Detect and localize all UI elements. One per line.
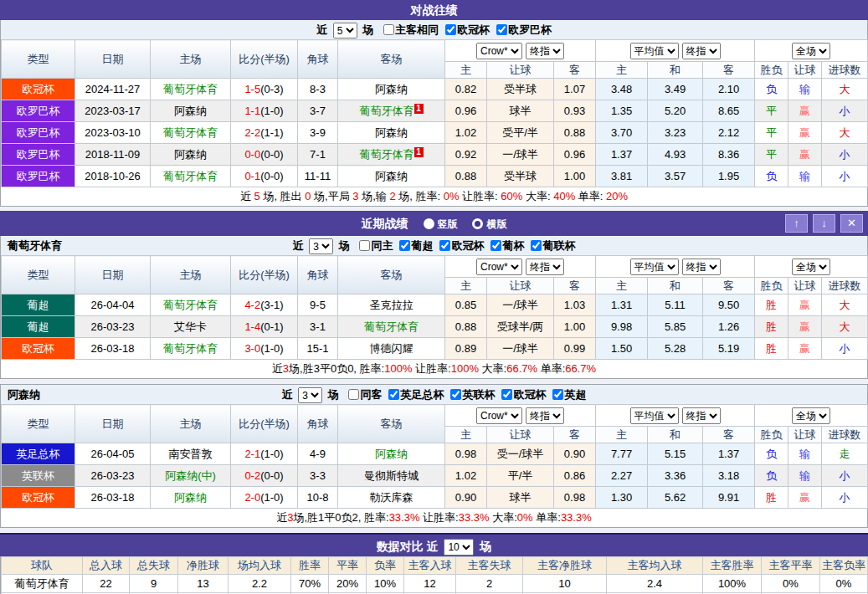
compare-title-bar: 数据对比 近 10 场 — [0, 533, 868, 556]
odds-select-group: Crow*终指 — [445, 256, 596, 278]
odds-cell: 1.02 — [445, 465, 487, 487]
average-time-select[interactable]: 终指 — [682, 43, 721, 59]
sub-column-header: 让球 — [487, 278, 554, 294]
league-filter-checkbox[interactable] — [501, 389, 512, 400]
arrow-up-icon[interactable]: ↑ — [785, 214, 808, 233]
league-filter-checkbox[interactable] — [552, 389, 563, 400]
summary-segment: 66.7% — [565, 362, 596, 375]
same-venue-checkbox[interactable] — [383, 24, 394, 35]
result-value: 赢 — [799, 148, 810, 161]
league-badge: 欧罗巴杯 — [2, 100, 74, 121]
corner-cell: 15-1 — [298, 338, 338, 360]
league-filter-checkbox[interactable] — [450, 389, 461, 400]
summary-segment: 33.3% — [459, 511, 490, 524]
average-cell: 3.18 — [703, 465, 755, 487]
full-match-select[interactable]: 全场 — [792, 259, 830, 275]
summary-segment: 5 — [254, 190, 260, 202]
league-badge: 葡超 — [2, 316, 74, 337]
compare-column-header: 主客均入球 — [607, 557, 703, 575]
vertical-layout-label[interactable]: 竖版 — [438, 218, 458, 230]
average-type-select[interactable]: 平均值 — [630, 407, 679, 424]
compare-near-select[interactable]: 10 — [444, 539, 474, 556]
vertical-layout-radio[interactable] — [424, 218, 434, 229]
average-time-select[interactable]: 终指 — [682, 259, 721, 275]
near-games-select[interactable]: 3 — [309, 238, 333, 254]
average-cell: 2.12 — [703, 122, 755, 144]
average-cell: 3.36 — [648, 465, 703, 487]
same-venue-checkbox[interactable] — [359, 240, 370, 251]
league-filter-checkbox[interactable] — [490, 240, 501, 251]
average-cell: 5.28 — [648, 338, 703, 360]
league-filter-label: 欧冠杯 — [457, 23, 490, 36]
league-cell: 欧罗巴杯 — [2, 144, 75, 166]
result-value: 大 — [840, 83, 850, 95]
away-cell: 勒沃库森 — [338, 487, 445, 509]
average-type-select[interactable]: 平均值 — [630, 259, 679, 275]
result-value: 胜 — [766, 491, 777, 504]
close-icon[interactable]: ✕ — [840, 214, 863, 233]
league-filter-checkbox[interactable] — [388, 389, 399, 400]
full-score: 1-1 — [244, 105, 260, 117]
full-match-select[interactable]: 全场 — [792, 43, 830, 59]
head-to-head-block: 近 5 场 主客相同欧冠杯欧罗巴杯类型日期主场比分(半场)角球客场Crow*终指… — [0, 20, 868, 207]
summary-line: 近 5 场, 胜出 0 场,平局 3 场,输 2 场, 胜率: 0% 让胜率: … — [1, 187, 867, 206]
average-type-select[interactable]: 平均值 — [630, 43, 679, 59]
corner-cell: 9-5 — [298, 294, 338, 316]
odds-time-select[interactable]: 终指 — [526, 259, 564, 275]
same-venue-checkbox[interactable] — [348, 389, 359, 400]
summary-segment: 40% — [553, 190, 575, 202]
odds-cell: 0.92 — [445, 144, 487, 166]
league-filter-checkbox[interactable] — [445, 24, 456, 35]
league-filter-checkbox[interactable] — [439, 240, 450, 251]
odds-time-select[interactable]: 终指 — [526, 43, 564, 59]
away-cell: 阿森纳 — [338, 122, 445, 144]
average-time-select[interactable]: 终指 — [682, 407, 721, 424]
league-filter-checkbox[interactable] — [531, 240, 542, 251]
compare-column-header: 总失球 — [130, 557, 178, 575]
stat-cell: 70% — [291, 575, 329, 593]
average-cell: 3.23 — [648, 122, 703, 144]
score-cell: 2-0(1-0) — [231, 487, 298, 509]
recent-results-title-bar: 近期战绩 竖版 横版 ↑↓✕ — [0, 211, 868, 236]
home-cell: 葡萄牙体育 — [151, 79, 231, 100]
score-cell: 0-0(0-0) — [231, 144, 298, 166]
sub-column-header: 客 — [703, 278, 755, 294]
scope-select-group: 全场 — [755, 40, 868, 62]
summary-segment: 33.3% — [561, 511, 592, 524]
horizontal-layout-radio[interactable] — [472, 218, 483, 229]
result-cell: 输 — [788, 79, 822, 100]
half-score: (0-3) — [260, 83, 283, 95]
table-row: 英联杯26-03-23阿森纳(中)0-2(0-0)3-3曼彻斯特城1.02平/半… — [2, 465, 868, 487]
full-score: 3-0 — [244, 342, 260, 355]
horizontal-layout-label[interactable]: 横版 — [486, 218, 506, 230]
sub-column-header: 让球 — [788, 427, 822, 443]
league-filter-checkbox[interactable] — [399, 240, 410, 251]
odds-company-select[interactable]: Crow* — [476, 43, 522, 59]
date-cell: 2018-11-09 — [75, 144, 151, 166]
near-games-select[interactable]: 3 — [298, 387, 322, 403]
home-team: 阿森纳 — [174, 105, 207, 117]
odds-company-select[interactable]: Crow* — [476, 259, 522, 275]
column-header: 客场 — [338, 405, 445, 443]
arrow-down-icon[interactable]: ↓ — [813, 214, 835, 233]
near-games-select[interactable]: 5 — [333, 23, 357, 38]
stat-cell: 20% — [329, 575, 367, 593]
result-cell: 大 — [822, 122, 868, 144]
odds-time-select[interactable]: 终指 — [526, 407, 564, 424]
odds-company-select[interactable]: Crow* — [476, 407, 522, 424]
compare-column-header: 球队 — [2, 557, 83, 575]
full-match-select[interactable]: 全场 — [792, 407, 830, 424]
average-cell: 1.30 — [596, 487, 648, 509]
result-cell: 输 — [788, 166, 822, 187]
odds-cell: 球半 — [487, 100, 554, 122]
filter-controls: 近 3 场 同客英足总杯英联杯欧冠杯英超 — [282, 388, 587, 401]
half-score: (3-1) — [260, 299, 283, 311]
match-table: 类型日期主场比分(半场)角球客场Crow*终指平均值终指全场主让球客主和客胜负让… — [1, 404, 868, 509]
team-cell: 葡萄牙体育 — [2, 575, 83, 593]
away-team: 葡萄牙体育 — [360, 105, 414, 117]
odds-cell: 受平/半 — [487, 122, 554, 144]
league-filter-label: 欧冠杯 — [451, 239, 484, 252]
column-header: 比分(半场) — [231, 405, 298, 443]
sub-column-header: 主 — [445, 278, 487, 294]
league-filter-checkbox[interactable] — [496, 24, 507, 35]
